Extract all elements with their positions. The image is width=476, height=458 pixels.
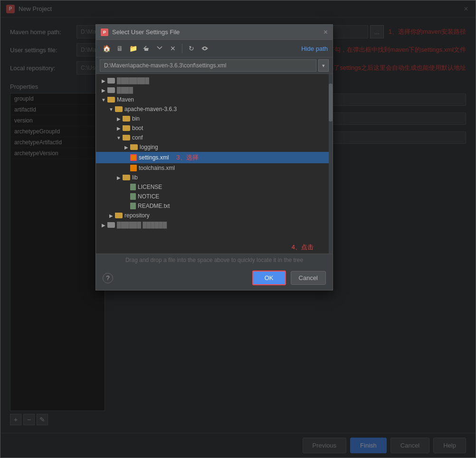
tree-item-label: bin [132,115,140,122]
folder-icon [130,144,138,150]
tree-item-label: apache-maven-3.6.3 [124,106,177,112]
tree-item-notice[interactable]: NOTICE [96,192,333,201]
tree-item-maven[interactable]: ▼ Maven [96,95,333,104]
toolbar-separator [182,44,182,53]
tree-item-apache-maven[interactable]: ▼ apache-maven-3.6.3 [96,104,333,114]
step3-annotation: 3、选择 [176,153,198,162]
tree-item-bottom[interactable]: ▶ ██████ ██████ [96,220,333,230]
tree-arrow: ▶ [100,78,107,84]
tree-item-repository[interactable]: ▶ repository [96,211,333,220]
folder-icon [115,106,123,112]
step4-annotation: 4、点击 [292,243,314,252]
dialog-cancel-button[interactable]: Cancel [291,271,326,285]
tree-item-label: Maven [117,96,134,103]
dialog-path-bar: ▾ [96,57,333,74]
scrollbar[interactable] [329,74,333,253]
tree-item-bin[interactable]: ▶ bin [96,114,333,123]
drop-hint: Drag and drop a file into the space abov… [96,254,333,266]
tree-arrow: ▶ [115,126,123,131]
file-icon [130,203,136,209]
folder-icon [123,125,130,131]
tree-arrow: ▶ [100,223,107,228]
tree-arrow: ▼ [107,107,115,112]
dialog-title: Select User Settings File [112,28,324,36]
tree-item-label: conf [132,134,143,141]
path-dropdown-button[interactable]: ▾ [318,59,329,72]
xml-file-icon [130,154,137,161]
desktop-button[interactable]: 🖥 [114,43,125,54]
dialog-ok-button[interactable]: OK [252,271,286,285]
dialog-footer: ? OK Cancel [96,266,333,290]
folder-icon [107,78,115,84]
tree-arrow: ▶ [123,145,130,150]
dialog-toolbar: 🏠 🖥 📁 ✕ ↻ Hide path [96,40,333,57]
tree-item-boot[interactable]: ▶ boot [96,123,333,133]
tree-item-settings-xml[interactable]: settings.xml 3、选择 [96,152,333,163]
folder-icon [107,97,115,103]
svg-rect-2 [144,48,148,51]
tree-item-toolchains-xml[interactable]: toolchains.xml [96,163,333,173]
hide-path-link[interactable]: Hide path [301,45,328,52]
tree-item-top1[interactable]: ▶ ████████ [96,76,333,85]
tree-item-readme[interactable]: README.txt [96,201,333,211]
home-button[interactable]: 🏠 [101,43,112,54]
tree-item-license[interactable]: LICENSE [96,182,333,192]
tree-item-label: lib [132,174,138,181]
select-settings-dialog: P Select User Settings File × 🏠 🖥 📁 ✕ ↻ [95,24,333,290]
tree-arrow: ▶ [115,116,123,122]
dialog-help-button[interactable]: ? [103,273,113,283]
parent-folder-button[interactable] [141,43,152,54]
tree-item-label: toolchains.xml [139,165,175,171]
tree-item-label: ██████ ██████ [117,222,167,228]
folder-icon [123,175,130,180]
folder-icon [107,87,115,93]
tree-item-top2[interactable]: ▶ ████ [96,85,333,95]
tree-item-label: logging [140,144,158,150]
tree-item-label: boot [132,125,143,131]
file-tree: ▶ ████████ ▶ ████ ▼ Maven ▼ [96,74,333,254]
new-folder-button[interactable]: 📁 [127,43,139,54]
tree-arrow: ▼ [100,97,107,103]
dialog-title-bar: P Select User Settings File × [96,25,333,40]
tree-item-conf[interactable]: ▼ conf [96,133,333,142]
folder-icon [123,135,130,140]
tree-item-lib[interactable]: ▶ lib [96,173,333,182]
tree-item-label: repository [124,212,150,219]
dialog-overlay: P Select User Settings File × 🏠 🖥 📁 ✕ ↻ [0,0,476,458]
file-icon [130,184,136,190]
path-input[interactable] [100,59,316,72]
dialog-close-button[interactable]: × [324,28,328,37]
collapse-button[interactable] [154,43,165,54]
tree-item-label: settings.xml [139,154,169,161]
main-window: P New Project × Maven home path: ... 1、选… [0,0,476,458]
tree-item-label: NOTICE [138,193,159,200]
show-hidden-button[interactable] [199,43,210,54]
folder-icon [115,213,123,218]
dialog-app-icon: P [101,28,108,36]
refresh-button[interactable]: ↻ [186,43,197,54]
tree-item-logging[interactable]: ▶ logging [96,142,333,152]
tree-item-label: README.txt [138,203,170,209]
xml-file-icon [130,165,137,171]
tree-item-label: ████ [117,87,133,93]
tree-item-label: LICENSE [138,184,162,190]
tree-arrow: ▶ [115,175,123,180]
tree-arrow: ▶ [100,88,107,93]
folder-icon [123,116,130,122]
folder-icon [107,222,115,228]
tree-item-label: ████████ [117,77,149,84]
tree-arrow: ▶ [107,213,115,218]
file-icon [130,193,136,200]
scrollbar-thumb [329,84,333,122]
delete-button[interactable]: ✕ [167,43,179,54]
tree-arrow: ▼ [115,135,123,140]
